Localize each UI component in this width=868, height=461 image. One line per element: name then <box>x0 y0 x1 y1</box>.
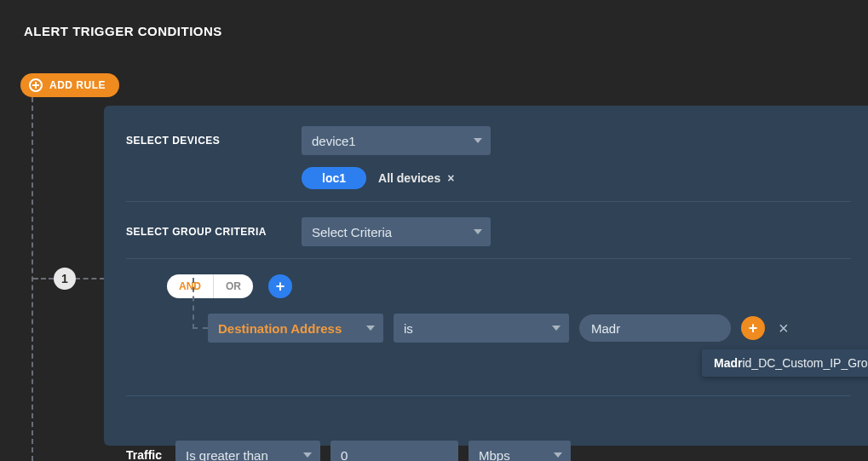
suggestion-rest: id_DC_Custom_IP_Group <box>742 356 868 370</box>
device-select[interactable]: device1 <box>302 126 491 155</box>
traffic-unit-select[interactable]: Mbps <box>468 441 571 461</box>
traffic-unit-value: Mbps <box>479 448 510 462</box>
device-select-value: device1 <box>312 134 356 148</box>
chevron-down-icon <box>554 452 562 458</box>
section-separator <box>126 201 851 202</box>
group-criteria-label: SELECT GROUP CRITERIA <box>126 226 302 238</box>
condition-value-input[interactable] <box>579 314 731 342</box>
autocomplete-suggestion[interactable]: Madrid_DC_Custom_IP_Group <box>702 349 868 377</box>
condition-operator-value: is <box>404 321 413 336</box>
condition-field-value: Destination Address <box>218 321 342 336</box>
row-select-devices: SELECT DEVICES device1 <box>126 126 851 155</box>
plus-circle-icon <box>29 78 43 92</box>
remove-condition-button[interactable]: × <box>775 319 792 338</box>
plus-icon: + <box>276 279 285 294</box>
traffic-comparator-value: Is greater than <box>186 448 268 462</box>
page-title: ALERT TRIGGER CONDITIONS <box>0 0 868 38</box>
device-chips-row: loc1 All devices × <box>126 167 851 189</box>
all-devices-chip[interactable]: All devices × <box>378 171 454 185</box>
rule-panel: SELECT DEVICES device1 loc1 All devices … <box>104 106 868 446</box>
rule-node-badge: 1 <box>54 268 76 290</box>
row-group-criteria: SELECT GROUP CRITERIA Select Criteria <box>126 217 851 246</box>
condition-tree-stub <box>193 278 208 329</box>
chevron-down-icon <box>474 138 482 143</box>
group-criteria-value: Select Criteria <box>312 225 392 239</box>
group-criteria-select[interactable]: Select Criteria <box>302 217 491 246</box>
location-chip[interactable]: loc1 <box>302 167 366 189</box>
traffic-label: Traffic <box>126 448 162 461</box>
chevron-down-icon <box>474 229 482 234</box>
tree-connector-left <box>33 278 54 279</box>
condition-row: Destination Address is + × Madrid_DC_Cus… <box>208 314 851 343</box>
plus-icon: + <box>749 320 758 336</box>
condition-operator-select[interactable]: is <box>394 314 569 343</box>
chevron-down-icon <box>552 326 560 331</box>
logic-or[interactable]: OR <box>213 274 253 298</box>
chevron-down-icon <box>303 452 312 458</box>
chevron-down-icon <box>366 326 375 331</box>
add-rule-label: ADD RULE <box>49 79 106 91</box>
traffic-comparator-select[interactable]: Is greater than <box>175 441 320 461</box>
condition-field-select[interactable]: Destination Address <box>208 314 383 343</box>
traffic-row: Traffic Is greater than Mbps <box>126 441 851 461</box>
add-rule-button[interactable]: ADD RULE <box>20 73 119 97</box>
section-separator <box>126 395 851 396</box>
close-icon[interactable]: × <box>447 171 454 185</box>
add-condition-button[interactable]: + <box>268 274 292 298</box>
logic-toggle[interactable]: AND OR <box>167 274 253 298</box>
all-devices-label: All devices <box>378 171 440 185</box>
logic-operator-row: AND OR + <box>167 274 851 298</box>
tree-connector-right <box>75 278 105 279</box>
section-separator <box>126 258 851 259</box>
select-devices-label: SELECT DEVICES <box>126 135 302 147</box>
traffic-value-input[interactable] <box>331 441 458 461</box>
suggestion-match: Madr <box>714 356 742 370</box>
add-value-button[interactable]: + <box>741 316 765 340</box>
